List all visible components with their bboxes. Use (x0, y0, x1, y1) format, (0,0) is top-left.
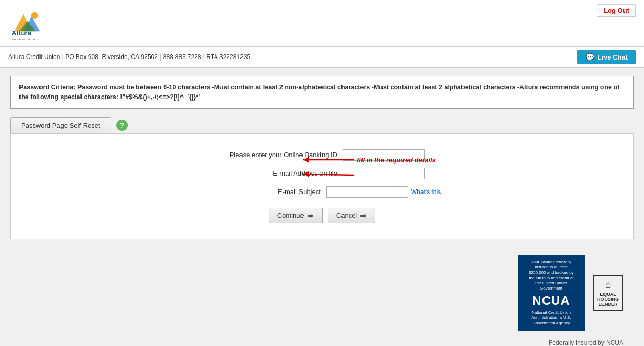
email-address-label: E-mail Address on file (219, 169, 343, 177)
continue-label: Continue (277, 212, 304, 219)
cancel-button[interactable]: Cancel ➡ (328, 208, 375, 223)
footer: Your savings federally insured to at lea… (10, 239, 634, 347)
cancel-label: Cancel (336, 212, 357, 219)
help-icon-button[interactable]: ? (116, 120, 128, 131)
password-self-reset-tab[interactable]: Password Page Self Reset (10, 117, 111, 133)
ncua-sub-text: National Credit Union Administration, a … (526, 310, 576, 326)
ncua-badge: Your savings federally insured to at lea… (518, 255, 585, 332)
cancel-arrow-icon: ➡ (360, 211, 367, 220)
email-subject-input[interactable] (326, 186, 408, 198)
email-subject-row: E-mail Subject What's this (21, 186, 623, 198)
form-panel: fill in the required details Please ente… (10, 133, 634, 239)
tab-area: Password Page Self Reset ? (10, 117, 634, 133)
svg-point-3 (31, 12, 38, 19)
page-wrapper: Altura CREDIT UNION Log Out Altura Credi… (0, 0, 644, 346)
contact-info: Altura Credit Union | PO Box 908, Rivers… (8, 53, 250, 61)
federally-insured-text: Federally Insured by NCUA (549, 339, 623, 346)
equal-housing-line2: HOUSING (597, 297, 619, 302)
chat-icon: 💬 (586, 53, 594, 61)
email-address-row: E-mail Address on file (21, 168, 623, 179)
email-subject-label: E-mail Subject (203, 188, 326, 196)
criteria-text: Password Criteria: Password must be betw… (19, 84, 619, 101)
criteria-box: Password Criteria: Password must be betw… (10, 76, 634, 109)
top-bar: Altura CREDIT UNION Log Out (0, 0, 644, 46)
equal-housing-line1: EQUAL (600, 292, 616, 297)
info-bar: Altura Credit Union | PO Box 908, Rivers… (0, 46, 644, 68)
logout-area: Log Out (597, 4, 636, 17)
altura-logo: Altura CREDIT UNION (8, 6, 59, 40)
logo-area: Altura CREDIT UNION (8, 6, 59, 40)
email-address-input[interactable] (343, 168, 425, 179)
equal-housing-badge: ⌂ EQUAL HOUSING LENDER (593, 275, 623, 311)
equal-housing-line3: LENDER (598, 302, 617, 307)
whats-this-link[interactable]: What's this (411, 188, 441, 196)
online-banking-id-input[interactable] (343, 149, 425, 161)
live-chat-button[interactable]: 💬 Live Chat (577, 50, 636, 64)
logout-button[interactable]: Log Out (597, 4, 636, 17)
continue-arrow-icon: ➡ (307, 211, 314, 220)
live-chat-label: Live Chat (597, 53, 628, 61)
main-content: Password Criteria: Password must be betw… (0, 68, 644, 346)
online-banking-id-label: Please enter your Online Banking ID (219, 151, 343, 159)
continue-button[interactable]: Continue ➡ (269, 208, 323, 223)
svg-text:Altura: Altura (12, 30, 32, 37)
svg-text:CREDIT UNION: CREDIT UNION (12, 39, 38, 40)
online-banking-id-row: Please enter your Online Banking ID (21, 149, 623, 161)
footer-logos: Your savings federally insured to at lea… (518, 255, 623, 332)
ncua-top-text: Your savings federally insured to at lea… (526, 260, 576, 292)
house-icon: ⌂ (605, 279, 611, 291)
button-row: Continue ➡ Cancel ➡ (21, 208, 623, 223)
ncua-title: NCUA (526, 294, 576, 308)
